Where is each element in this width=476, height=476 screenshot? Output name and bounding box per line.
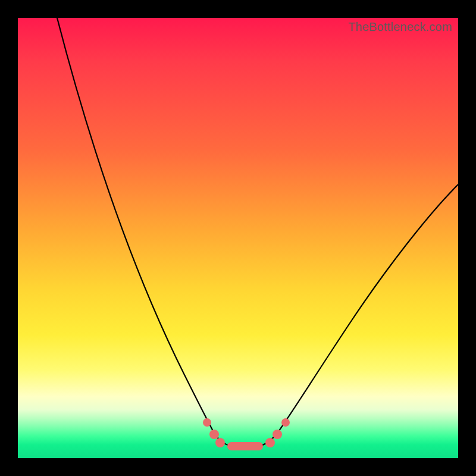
trough-marker [203,418,211,427]
curve-layer [18,18,458,458]
trough-marker [265,438,275,447]
trough-marker [273,430,282,439]
trough-marker [209,430,219,439]
trough-marker [281,418,290,427]
trough-marker-bar [227,442,263,450]
curve-left-arm [57,18,232,446]
trough-marker [215,438,225,447]
plot-area: TheBottleneck.com [18,18,458,458]
curve-right-arm [258,184,458,446]
chart-frame: TheBottleneck.com [0,0,476,476]
